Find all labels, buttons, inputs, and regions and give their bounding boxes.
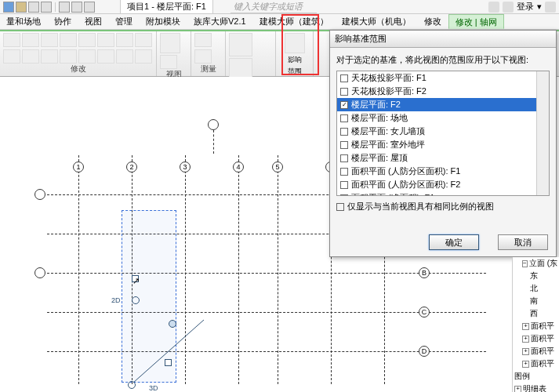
qat-icon[interactable] [84,2,95,13]
tool-icon[interactable] [160,55,177,69]
browser-node[interactable]: +明细表 [513,383,559,392]
ribbon-tab[interactable]: 修改 [418,14,448,29]
tool-icon[interactable] [116,49,133,64]
tool-icon[interactable] [3,33,20,47]
checkbox-icon[interactable] [340,141,348,149]
tool-icon[interactable] [60,49,77,64]
browser-node[interactable]: −立面 (东 [513,257,559,270]
grid-bubble[interactable]: 4 [233,162,244,172]
expand-icon[interactable]: + [522,361,529,368]
login-link[interactable]: 登录 [517,1,534,13]
list-item[interactable]: 楼层平面: 女儿墙顶 [337,125,549,138]
tool-icon[interactable] [229,33,252,56]
grid-bubble[interactable]: 5 [272,162,283,172]
grid-bubble[interactable]: B [419,267,430,278]
qat-icon[interactable] [71,2,82,13]
collapse-icon[interactable]: − [522,260,528,267]
tool-icon[interactable] [3,49,20,64]
expand-icon[interactable]: + [522,348,529,355]
search-input[interactable]: 键入关键字或短语 [230,1,317,13]
checkbox-icon[interactable] [340,154,348,162]
list-item[interactable]: 楼层平面: 屋顶 [337,151,549,165]
ribbon-tab-active[interactable]: 修改 | 轴网 [448,14,504,29]
ribbon-tab[interactable]: 协作 [48,14,78,29]
tool-icon[interactable] [22,33,39,47]
browser-leaf[interactable]: 北 [513,282,559,295]
checkbox-icon[interactable]: ✓ [340,101,348,109]
ribbon-tab[interactable]: 视图 [78,14,109,29]
user-icon[interactable] [503,2,514,13]
grid-end-circle[interactable] [132,296,140,304]
browser-leaf[interactable]: 西 [513,307,559,320]
grid-end-circle[interactable] [169,320,176,328]
ribbon-tab[interactable]: 附加模块 [140,14,187,29]
propagate-extents-icon[interactable] [285,33,305,53]
list-item-selected[interactable]: ✓楼层平面: F2 [337,98,549,111]
ribbon-tab[interactable]: 建模大师（建筑） [253,14,336,29]
project-browser[interactable]: −立面 (东 东 北 南 西 +面积平 +面积平 +面积平 +面积平 图例 +明… [512,257,559,392]
grid-end-circle[interactable] [128,381,136,389]
browser-node[interactable]: 图例 [513,370,559,383]
tool-icon[interactable] [97,33,114,47]
tool-icon[interactable] [41,33,58,47]
app-menu-icon[interactable] [3,2,14,13]
undo-icon[interactable] [28,2,39,13]
tool-icon[interactable] [41,49,58,64]
ribbon-tab[interactable]: 族库大师V2.1 [187,14,253,29]
grid-bubble[interactable] [34,267,45,278]
tool-icon[interactable] [160,33,180,53]
checkbox-icon[interactable] [340,74,348,82]
tool-icon[interactable] [194,33,212,47]
save-icon[interactable] [16,2,27,13]
browser-node[interactable]: +面积平 [513,320,559,332]
grid-bubble[interactable]: D [419,346,430,357]
qat-icon[interactable] [59,2,70,13]
browser-node[interactable]: +面积平 [513,358,559,370]
info-icon[interactable] [488,2,499,13]
list-item[interactable]: 面积平面 (人防分区面积): F1 [337,165,549,178]
grid-bubble[interactable]: C [419,307,430,318]
list-item[interactable]: 楼层平面: 场地 [337,111,549,125]
ribbon-tab[interactable]: 量和场地 [0,14,48,29]
grid-bubble[interactable] [208,119,219,130]
list-item[interactable]: 楼层平面: 室外地坪 [337,138,549,151]
browser-node[interactable]: +面积平 [513,345,559,358]
ok-button[interactable]: 确定 [429,234,479,250]
checkbox-icon[interactable] [340,194,348,197]
views-list[interactable]: 天花板投影平面: F1 天花板投影平面: F2 ✓楼层平面: F2 楼层平面: … [336,71,550,196]
help-icon[interactable] [545,2,556,13]
tool-icon[interactable] [78,33,96,47]
ribbon-tab[interactable]: 建模大师（机电） [336,14,418,29]
tool-icon[interactable] [22,49,39,64]
checkbox-icon[interactable] [340,88,348,96]
tool-icon[interactable] [135,33,152,47]
ribbon-tab[interactable]: 管理 [109,14,140,29]
tool-icon[interactable] [97,49,114,64]
list-item[interactable]: 天花板投影平面: F1 [337,71,549,85]
expand-icon[interactable]: + [514,386,521,393]
cancel-button[interactable]: 取消 [498,234,548,250]
list-item[interactable]: 面积平面 (人防分区面积): F2 [337,178,549,191]
browser-node[interactable]: +面积平 [513,332,559,345]
expand-icon[interactable]: + [522,323,529,330]
grid-bubble[interactable]: 3 [180,162,191,172]
checkbox-icon[interactable] [340,128,348,136]
grid-bubble[interactable] [34,189,45,200]
checkbox-icon[interactable] [340,168,348,176]
redo-icon[interactable] [41,2,52,13]
list-item[interactable]: 面积平面 (净面积): F1 [337,191,549,196]
grid-handle-icon[interactable]: ↗ [132,275,139,282]
tool-icon[interactable] [135,49,152,64]
scrollbar[interactable] [536,71,549,195]
list-item[interactable]: 天花板投影平面: F2 [337,85,549,98]
browser-leaf[interactable]: 东 [513,270,559,282]
tool-icon[interactable] [194,49,212,64]
grid-bubble[interactable]: 1 [73,162,84,172]
grid-bubble[interactable]: 2 [126,162,137,172]
tool-icon[interactable] [78,49,96,64]
expand-icon[interactable]: + [522,336,529,343]
checkbox-icon[interactable] [340,181,348,189]
checkbox-icon[interactable] [336,203,344,211]
grid-handle-icon[interactable] [165,359,172,366]
tool-icon[interactable] [60,33,77,47]
